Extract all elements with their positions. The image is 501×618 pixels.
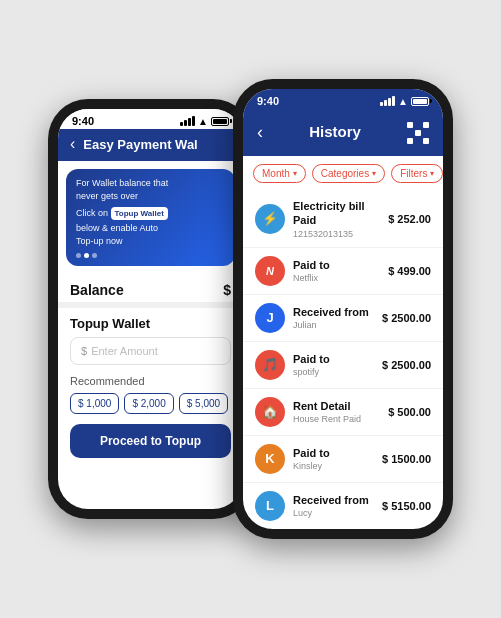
right-time: 9:40 <box>257 95 279 107</box>
right-phone: 9:40 ▲ <box>233 79 453 539</box>
banner-text: For Wallet balance that never gets over … <box>76 177 186 248</box>
dollar-prefix: $ <box>81 345 87 357</box>
left-time: 9:40 <box>72 115 94 127</box>
tx-info-spotify: Paid to spotify <box>293 352 382 377</box>
banner-line4: Top-up now <box>76 235 186 248</box>
tx-lucy[interactable]: L Received from Lucy $ 5150.00 <box>243 483 443 529</box>
tx-rent[interactable]: 🏠 Rent Detail House Rent Paid $ 500.00 <box>243 389 443 436</box>
topup-section: Topup Wallet $ Enter Amount Recommended … <box>58 308 243 466</box>
balance-amount: $ <box>223 282 231 298</box>
banner-cta: Click on Topup Wallet <box>76 205 186 222</box>
right-battery-icon <box>411 97 429 106</box>
tx-icon-kinsley: K <box>255 444 285 474</box>
tx-info-netflix: Paid to Netflix <box>293 258 388 283</box>
balance-section: Balance $ <box>58 274 243 302</box>
tx-icon-spotify: 🎵 <box>255 350 285 380</box>
tx-info-electricity: Electricity bill Paid 121532013135 <box>293 199 388 239</box>
left-screen: 9:40 ▲ ‹ Easy Payment Wal <box>58 109 243 509</box>
right-status-bar: 9:40 ▲ <box>243 89 443 111</box>
banner-line1: For Wallet balance that <box>76 177 186 190</box>
left-status-icons: ▲ <box>180 116 229 127</box>
history-title: History <box>295 117 375 148</box>
tx-kinsley[interactable]: K Paid to Kinsley $ 1500.00 <box>243 436 443 483</box>
wifi-icon: ▲ <box>198 116 208 127</box>
right-screen: 9:40 ▲ <box>243 89 443 529</box>
right-back-arrow-icon[interactable]: ‹ <box>257 122 263 143</box>
dot-3 <box>92 253 97 258</box>
categories-filter[interactable]: Categories ▾ <box>312 164 385 183</box>
tx-spotify[interactable]: 🎵 Paid to spotify $ 2500.00 <box>243 342 443 389</box>
filters-chevron-icon: ▾ <box>430 169 434 178</box>
topup-wallet-badge[interactable]: Topup Wallet <box>111 207 168 220</box>
amount-input-field[interactable]: $ Enter Amount <box>70 337 231 365</box>
tx-icon-lucy: L <box>255 491 285 521</box>
categories-chevron-icon: ▾ <box>372 169 376 178</box>
transaction-list: ⚡ Electricity bill Paid 121532013135 $ 2… <box>243 191 443 529</box>
back-arrow-icon[interactable]: ‹ <box>70 135 75 153</box>
tx-info-kinsley: Paid to Kinsley <box>293 446 382 471</box>
tx-icon-rent: 🏠 <box>255 397 285 427</box>
filters-filter[interactable]: Filters ▾ <box>391 164 443 183</box>
tx-info-julian: Received from Julian <box>293 305 382 330</box>
qr-icon[interactable] <box>407 122 429 144</box>
tx-electricity[interactable]: ⚡ Electricity bill Paid 121532013135 $ 2… <box>243 191 443 248</box>
month-filter[interactable]: Month ▾ <box>253 164 306 183</box>
tx-netflix[interactable]: N Paid to Netflix $ 499.00 <box>243 248 443 295</box>
balance-label: Balance <box>70 282 124 298</box>
dot-1 <box>76 253 81 258</box>
amount-placeholder: Enter Amount <box>91 345 158 357</box>
tx-info-lucy: Received from Lucy <box>293 493 382 518</box>
chip-2000[interactable]: $ 2,000 <box>124 393 173 414</box>
left-status-bar: 9:40 ▲ <box>58 109 243 129</box>
promo-banner: For Wallet balance that never gets over … <box>66 169 235 266</box>
banner-line2: never gets over <box>76 190 186 203</box>
right-wifi-icon: ▲ <box>398 96 408 107</box>
tx-julian[interactable]: J Received from Julian $ 2500.00 <box>243 295 443 342</box>
dot-2 <box>84 253 89 258</box>
banner-line3: below & enable Auto <box>76 222 186 235</box>
left-header: ‹ Easy Payment Wal <box>58 129 243 161</box>
amount-chips: $ 1,000 $ 2,000 $ 5,000 <box>70 393 231 414</box>
chip-5000[interactable]: $ 5,000 <box>179 393 228 414</box>
battery-icon <box>211 117 229 126</box>
proceed-button[interactable]: Proceed to Topup <box>70 424 231 458</box>
right-status-icons: ▲ <box>380 96 429 107</box>
left-phone: 9:40 ▲ ‹ Easy Payment Wal <box>48 99 253 519</box>
topup-title: Topup Wallet <box>70 316 231 331</box>
chip-1000[interactable]: $ 1,000 <box>70 393 119 414</box>
left-header-title: Easy Payment Wal <box>83 137 197 152</box>
tx-icon-julian: J <box>255 303 285 333</box>
filter-bar: Month ▾ Categories ▾ Filters ▾ <box>243 156 443 191</box>
tx-icon-netflix: N <box>255 256 285 286</box>
month-chevron-icon: ▾ <box>293 169 297 178</box>
tx-icon-electricity: ⚡ <box>255 204 285 234</box>
banner-dots <box>76 253 225 258</box>
tx-info-rent: Rent Detail House Rent Paid <box>293 399 388 424</box>
right-header: ‹ History <box>243 111 443 156</box>
recommended-label: Recommended <box>70 375 231 387</box>
